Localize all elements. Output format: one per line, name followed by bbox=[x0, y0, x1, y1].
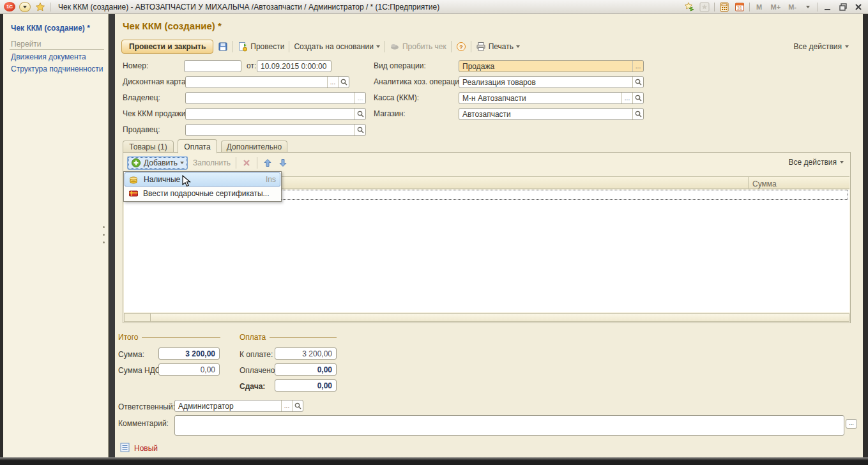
move-up-icon[interactable] bbox=[263, 158, 273, 168]
splitter-grip[interactable] bbox=[103, 241, 105, 243]
column-separator[interactable] bbox=[748, 177, 749, 188]
close-button[interactable] bbox=[853, 1, 864, 13]
scrollbar-thumb[interactable] bbox=[151, 313, 849, 322]
restore-button[interactable] bbox=[837, 1, 849, 13]
cash-register-field[interactable]: М-н Автозапчасти ... bbox=[459, 92, 644, 104]
calendar-icon[interactable]: 31 bbox=[734, 1, 745, 13]
titlebar-separator bbox=[50, 3, 50, 11]
owner-choose-button[interactable]: ... bbox=[354, 93, 365, 103]
payment-all-actions-button[interactable]: Все действия bbox=[789, 158, 844, 167]
discount-card-field[interactable]: ... bbox=[185, 76, 349, 88]
kkm-sale-check-field[interactable] bbox=[185, 108, 366, 120]
move-down-icon[interactable] bbox=[278, 158, 288, 168]
vat-field[interactable]: 0,00 bbox=[158, 363, 220, 376]
paid-field[interactable]: 0,00 bbox=[275, 363, 337, 376]
owner-value bbox=[186, 93, 354, 103]
menu-item-cash-shortcut: Ins bbox=[266, 175, 276, 184]
discount-card-search-icon[interactable] bbox=[338, 77, 349, 88]
totals-group: Итого bbox=[118, 333, 220, 342]
responsible-choose-button[interactable]: ... bbox=[281, 400, 292, 411]
payment-table-body[interactable] bbox=[124, 190, 849, 312]
menu-item-gift-certificates[interactable]: Ввести подарочные сертификаты... bbox=[125, 187, 280, 201]
delete-row-icon[interactable] bbox=[241, 158, 252, 168]
kkm-sale-check-value bbox=[186, 109, 354, 119]
comment-expand-button[interactable]: ... bbox=[846, 419, 857, 429]
operation-analytics-field[interactable]: Реализация товаров bbox=[459, 76, 644, 88]
responsible-search-icon[interactable] bbox=[292, 400, 303, 411]
minimize-button[interactable] bbox=[822, 1, 834, 13]
number-value bbox=[185, 61, 241, 72]
favorites-star-icon[interactable] bbox=[34, 1, 46, 13]
memory-m-minus-button[interactable]: M- bbox=[786, 1, 798, 13]
to-pay-field[interactable]: 3 200,00 bbox=[275, 347, 337, 360]
form-all-actions-button[interactable]: Все действия bbox=[794, 42, 849, 51]
sidebar-document-title[interactable]: Чек ККМ (создание) * bbox=[11, 24, 90, 33]
totals-group-title: Итого bbox=[118, 333, 138, 342]
splitter-grip[interactable] bbox=[103, 234, 105, 236]
svg-text:31: 31 bbox=[737, 6, 742, 10]
tab-additional[interactable]: Дополнительно bbox=[221, 141, 287, 153]
titlebar-more-button[interactable] bbox=[802, 1, 814, 13]
add-button[interactable]: Добавить bbox=[127, 156, 188, 170]
memory-m-button[interactable]: M bbox=[754, 1, 765, 13]
seller-search-icon[interactable] bbox=[354, 125, 365, 135]
sidebar-link-subordination-structure[interactable]: Структура подчиненности bbox=[11, 65, 103, 73]
sidebar-link-document-movements[interactable]: Движения документа bbox=[11, 52, 86, 61]
post-button[interactable]: Провести bbox=[238, 42, 284, 52]
cash-register-choose-button[interactable]: ... bbox=[621, 93, 632, 103]
form-toolbar: Провести и закрыть Провести Создать на о… bbox=[121, 38, 520, 55]
operation-kind-value: Продажа bbox=[459, 61, 632, 72]
store-field[interactable]: Автозапчасти bbox=[459, 108, 644, 120]
tab-payment[interactable]: Оплата bbox=[178, 139, 217, 153]
toolbar-separator bbox=[232, 41, 233, 52]
window-right-edge bbox=[863, 14, 868, 457]
punch-check-button[interactable]: Пробить чек bbox=[390, 42, 446, 52]
save-button[interactable] bbox=[218, 42, 228, 52]
tab-additional-label: Дополнительно bbox=[227, 142, 282, 151]
change-label: Сдача: bbox=[240, 381, 265, 392]
column-header-sum[interactable]: Сумма bbox=[752, 178, 777, 190]
kkm-sale-check-search-icon[interactable] bbox=[354, 109, 365, 119]
history-star-icon[interactable] bbox=[699, 1, 710, 13]
comment-field[interactable] bbox=[174, 415, 844, 436]
add-dropdown-menu: Наличные Ins Ввести подарочные сертифика… bbox=[123, 171, 282, 202]
payment-all-actions-label: Все действия bbox=[789, 158, 837, 167]
fill-button[interactable]: Заполнить bbox=[193, 158, 231, 167]
tab-goods[interactable]: Товары (1) bbox=[123, 141, 174, 153]
create-on-basis-button[interactable]: Создать на основании bbox=[294, 42, 380, 51]
splitter-grip[interactable] bbox=[103, 226, 105, 228]
comment-value bbox=[175, 416, 844, 435]
horizontal-scrollbar[interactable] bbox=[124, 313, 849, 322]
toolbar-separator bbox=[236, 157, 236, 169]
memory-m-plus-button[interactable]: M+ bbox=[769, 1, 783, 13]
date-field[interactable]: 10.09.2015 0:00:00 bbox=[257, 60, 331, 72]
sidebar-section-divider bbox=[10, 49, 104, 50]
print-button[interactable]: Печать bbox=[476, 42, 520, 52]
scrollbar-stub[interactable] bbox=[124, 313, 151, 322]
operation-kind-field[interactable]: Продажа ... bbox=[459, 60, 644, 72]
add-to-favorites-icon[interactable] bbox=[683, 1, 695, 13]
payment-group-title: Оплата bbox=[240, 333, 266, 342]
discount-card-choose-button[interactable]: ... bbox=[327, 77, 338, 88]
responsible-field[interactable]: Администратор ... bbox=[174, 400, 303, 412]
change-field[interactable]: 0,00 bbox=[275, 379, 337, 392]
store-search-icon[interactable] bbox=[632, 109, 643, 119]
discount-card-value bbox=[186, 77, 327, 88]
toolbar-separator bbox=[471, 41, 471, 52]
number-field[interactable] bbox=[184, 60, 241, 72]
cash-register-search-icon[interactable] bbox=[632, 93, 643, 103]
owner-field[interactable]: ... bbox=[185, 92, 366, 104]
calculator-icon[interactable] bbox=[719, 1, 730, 13]
post-and-close-button[interactable]: Провести и закрыть bbox=[121, 40, 213, 54]
discount-card-label: Дисконтная карта: bbox=[123, 76, 188, 88]
print-label: Печать bbox=[489, 42, 514, 51]
main-menu-button[interactable] bbox=[19, 2, 31, 12]
help-button[interactable]: ? bbox=[456, 42, 466, 52]
menu-item-cash[interactable]: Наличные Ins bbox=[125, 172, 280, 187]
sum-field[interactable]: 3 200,00 bbox=[158, 347, 220, 360]
operation-analytics-search-icon[interactable] bbox=[632, 77, 643, 88]
operation-kind-label: Вид операции: bbox=[374, 60, 426, 72]
window-bottom-edge bbox=[0, 457, 868, 465]
seller-field[interactable] bbox=[185, 124, 366, 136]
operation-kind-choose-button[interactable]: ... bbox=[632, 61, 643, 72]
